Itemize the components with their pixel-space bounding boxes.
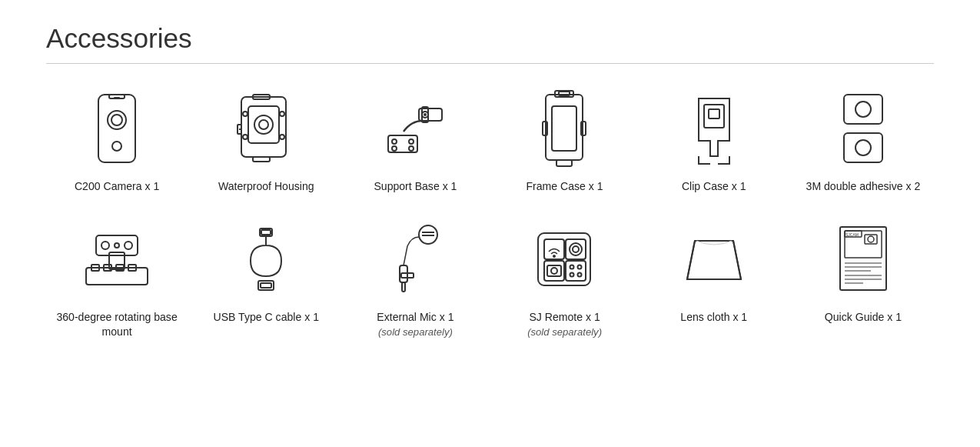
- svg-text:SJCAM: SJCAM: [845, 232, 859, 237]
- svg-point-8: [254, 115, 273, 134]
- label-rotating-base: 360-degree rotating base mount: [46, 310, 188, 340]
- svg-rect-63: [566, 239, 586, 259]
- svg-point-22: [392, 146, 397, 151]
- accessories-grid: C200 Camera x 1: [46, 87, 934, 340]
- svg-point-48: [125, 242, 132, 249]
- svg-point-15: [280, 135, 284, 139]
- icon-usb-cable: [220, 218, 312, 302]
- item-lens-cloth: Lens cloth x 1: [643, 218, 785, 340]
- icon-clip-case: [668, 87, 760, 172]
- label-external-mic: External Mic x 1 (sold separately): [377, 310, 453, 340]
- item-external-mic: External Mic x 1 (sold separately): [344, 218, 486, 340]
- item-usb-cable: USB Type C cable x 1: [195, 218, 337, 340]
- item-quick-guide: SJCAM Quick Guide x 1: [792, 218, 934, 340]
- svg-point-79: [868, 236, 874, 242]
- icon-support-base: [369, 87, 461, 172]
- svg-rect-31: [556, 160, 572, 166]
- item-waterproof-housing: Waterproof Housing: [195, 87, 337, 195]
- svg-point-21: [409, 139, 414, 144]
- svg-point-39: [855, 140, 871, 155]
- svg-line-74: [687, 241, 695, 279]
- svg-line-75: [733, 241, 741, 279]
- svg-point-70: [570, 265, 574, 269]
- item-rotating-base: 360-degree rotating base mount: [46, 218, 188, 340]
- svg-point-47: [101, 242, 109, 249]
- svg-point-71: [578, 265, 582, 269]
- label-support-base: Support Base x 1: [374, 179, 457, 195]
- svg-point-3: [112, 142, 121, 151]
- label-waterproof-housing: Waterproof Housing: [218, 179, 314, 195]
- svg-rect-7: [248, 106, 279, 143]
- svg-point-72: [570, 273, 574, 277]
- svg-rect-35: [709, 109, 719, 118]
- svg-point-12: [243, 112, 247, 116]
- svg-point-2: [111, 115, 122, 125]
- svg-rect-53: [261, 230, 271, 235]
- svg-rect-58: [402, 282, 405, 292]
- svg-point-23: [409, 146, 414, 151]
- item-sj-remote: SJ Remote x 1 (sold separately): [494, 218, 636, 340]
- svg-point-14: [280, 112, 284, 116]
- svg-point-20: [392, 139, 397, 144]
- svg-rect-52: [261, 283, 271, 288]
- item-frame-case: Frame Case x 1: [494, 87, 636, 195]
- label-clip-case: Clip Case x 1: [682, 179, 746, 195]
- svg-point-65: [573, 246, 579, 252]
- svg-rect-34: [704, 105, 724, 128]
- label-lens-cloth: Lens cloth x 1: [680, 310, 747, 325]
- icon-lens-cloth: [668, 218, 760, 302]
- svg-point-9: [259, 120, 268, 129]
- label-quick-guide: Quick Guide x 1: [825, 310, 902, 325]
- svg-point-13: [243, 135, 247, 139]
- item-c200-camera: C200 Camera x 1: [46, 87, 188, 195]
- svg-point-26: [424, 113, 427, 116]
- icon-3m-adhesive: [817, 87, 909, 172]
- svg-rect-36: [844, 95, 882, 124]
- svg-rect-5: [114, 97, 120, 98]
- svg-rect-28: [552, 106, 576, 151]
- icon-frame-case: [519, 87, 611, 172]
- svg-rect-69: [566, 261, 586, 281]
- svg-rect-30: [559, 92, 570, 95]
- label-3m-adhesive: 3M double adhesive x 2: [806, 179, 921, 195]
- svg-point-68: [551, 268, 557, 274]
- label-frame-case: Frame Case x 1: [527, 179, 603, 195]
- label-sj-remote: SJ Remote x 1 (sold separately): [527, 310, 602, 340]
- label-c200-camera: C200 Camera x 1: [75, 179, 159, 195]
- svg-rect-11: [253, 157, 270, 162]
- svg-point-64: [570, 243, 582, 255]
- svg-point-37: [855, 102, 871, 117]
- item-clip-case: Clip Case x 1: [643, 87, 785, 195]
- icon-quick-guide: SJCAM: [817, 218, 909, 302]
- icon-rotating-base: [71, 218, 163, 302]
- page-title: Accessories: [46, 23, 934, 54]
- item-3m-adhesive: 3M double adhesive x 2: [792, 87, 934, 195]
- svg-point-1: [108, 111, 126, 129]
- svg-point-73: [578, 273, 582, 277]
- icon-external-mic: [369, 218, 461, 302]
- label-usb-cable: USB Type C cable x 1: [214, 310, 319, 325]
- svg-point-49: [115, 243, 119, 248]
- svg-point-62: [553, 255, 556, 258]
- icon-sj-remote: [519, 218, 611, 302]
- icon-c200-camera: [71, 87, 163, 172]
- icon-waterproof-housing: [220, 87, 312, 172]
- svg-rect-38: [844, 133, 882, 162]
- section-divider: [46, 63, 934, 64]
- item-support-base: Support Base x 1: [344, 87, 486, 195]
